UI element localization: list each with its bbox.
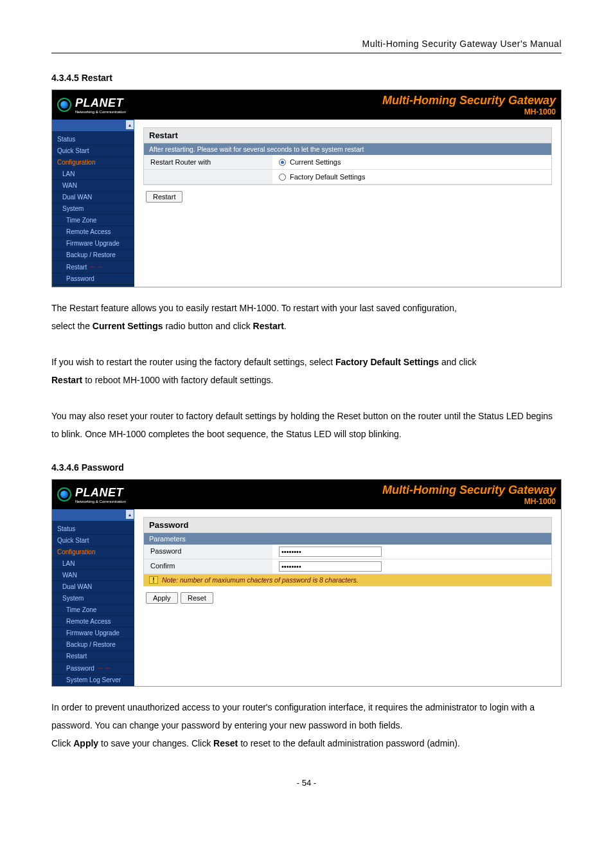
panel-title: Password: [144, 518, 551, 533]
globe-icon: [57, 487, 71, 502]
nav-system-log-server[interactable]: System Log Server: [66, 676, 121, 683]
confirm-input[interactable]: [279, 561, 382, 572]
pointer-arrows-icon: ←←: [89, 263, 105, 271]
nav-restart[interactable]: Restart: [66, 264, 87, 271]
nav-configuration[interactable]: Configuration: [57, 548, 95, 556]
brand-subtext: Networking & Communication: [75, 500, 126, 503]
nav-dual-wan[interactable]: Dual WAN: [62, 194, 92, 201]
apply-button[interactable]: Apply: [146, 592, 178, 604]
section-heading-restart: 4.3.4.5 Restart: [51, 73, 562, 83]
sidebar: ▴ Status Quick Start Configuration LAN W…: [52, 509, 134, 686]
password-desc: In order to prevent unauthorized access …: [51, 698, 562, 734]
radio-factory-label: Factory Default Settings: [290, 173, 365, 181]
nav-password[interactable]: Password: [66, 275, 94, 282]
nav-wan[interactable]: WAN: [62, 572, 77, 579]
banner-model: MH-1000: [382, 497, 556, 506]
app-screenshot-restart: PLANET Networking & Communication Multi-…: [51, 89, 562, 287]
warning-icon: !: [149, 576, 158, 584]
scroll-up-icon[interactable]: ▴: [126, 120, 134, 129]
content-area: Password Parameters Password Confirm: [134, 509, 561, 686]
note-text: Note: number of maxiumum chacters of pas…: [162, 576, 359, 584]
panel-message: After restarting. Please wait for severa…: [144, 143, 551, 155]
page-number: - 54 -: [51, 778, 562, 788]
nav-system[interactable]: System: [62, 595, 84, 602]
nav-configuration[interactable]: Configuration: [57, 159, 95, 166]
nav-time-zone[interactable]: Time Zone: [66, 217, 96, 224]
nav-status[interactable]: Status: [57, 525, 75, 532]
banner-model: MH-1000: [382, 107, 556, 116]
banner-title: Multi-Homing Security Gateway MH-1000: [382, 484, 556, 506]
nav-lan[interactable]: LAN: [62, 560, 75, 567]
app-banner: PLANET Networking & Communication Multi-…: [52, 480, 561, 509]
globe-icon: [57, 98, 71, 112]
nav-quick-start[interactable]: Quick Start: [57, 147, 89, 154]
content-area: Restart After restarting. Please wait fo…: [134, 120, 561, 287]
brand-text: PLANET: [75, 96, 123, 109]
panel-title: Restart: [144, 128, 551, 143]
nav-remote-access[interactable]: Remote Access: [66, 618, 111, 625]
app-banner: PLANET Networking & Communication Multi-…: [52, 90, 561, 120]
nav-restart[interactable]: Restart: [66, 653, 87, 660]
nav-status[interactable]: Status: [57, 136, 75, 143]
nav-lan[interactable]: LAN: [62, 170, 75, 177]
password-label: Password: [144, 545, 272, 559]
nav-remote-access[interactable]: Remote Access: [66, 228, 111, 235]
radio-current-label: Current Settings: [290, 158, 341, 166]
section-heading-password: 4.3.4.6 Password: [51, 462, 562, 473]
brand-text: PLANET: [75, 486, 123, 499]
restart-button[interactable]: Restart: [146, 191, 182, 203]
brand-logo: PLANET Networking & Communication: [57, 486, 126, 503]
pointer-arrows-icon: ←←: [97, 664, 112, 672]
nav-password[interactable]: Password: [66, 665, 94, 672]
nav-time-zone[interactable]: Time Zone: [66, 606, 96, 613]
radio-checked-icon: [279, 159, 286, 166]
doc-header: Multi-Homing Security Gateway User's Man…: [51, 39, 562, 53]
body-text-restart: The Restart feature allows you to easily…: [51, 299, 562, 443]
radio-current-settings[interactable]: Current Settings: [279, 158, 545, 166]
banner-product-name: Multi-Homing Security Gateway: [382, 484, 556, 497]
brand-subtext: Networking & Communication: [75, 110, 126, 114]
parameters-header: Parameters: [144, 533, 551, 545]
banner-product-name: Multi-Homing Security Gateway: [382, 94, 556, 107]
nav-backup-restore[interactable]: Backup / Restore: [66, 641, 116, 648]
nav-system[interactable]: System: [62, 205, 84, 212]
nav-quick-start[interactable]: Quick Start: [57, 537, 89, 544]
note-bar: ! Note: number of maxiumum chacters of p…: [144, 574, 551, 586]
password-panel: Password Parameters Password Confirm: [143, 517, 552, 586]
restart-panel: Restart After restarting. Please wait fo…: [143, 127, 552, 185]
password-input[interactable]: [279, 547, 382, 557]
sidebar: ▴ Status Quick Start Configuration LAN W…: [52, 120, 134, 287]
banner-title: Multi-Homing Security Gateway MH-1000: [382, 94, 556, 116]
nav-firmware-upgrade[interactable]: Firmware Upgrade: [66, 240, 120, 247]
scroll-up-icon[interactable]: ▴: [126, 510, 134, 519]
restart-with-label: Restart Router with: [144, 155, 272, 169]
empty-label: [144, 170, 272, 184]
radio-factory-default[interactable]: Factory Default Settings: [279, 173, 545, 181]
nav-backup-restore[interactable]: Backup / Restore: [66, 251, 116, 258]
nav-dual-wan[interactable]: Dual WAN: [62, 583, 92, 590]
radio-unchecked-icon: [279, 174, 286, 181]
body-text-password: In order to prevent unauthorized access …: [51, 698, 562, 752]
confirm-label: Confirm: [144, 559, 272, 574]
reset-button[interactable]: Reset: [181, 592, 213, 604]
nav-firmware-upgrade[interactable]: Firmware Upgrade: [66, 629, 120, 637]
nav-wan[interactable]: WAN: [62, 182, 77, 189]
app-screenshot-password: PLANET Networking & Communication Multi-…: [51, 479, 562, 687]
brand-logo: PLANET Networking & Communication: [57, 96, 126, 114]
